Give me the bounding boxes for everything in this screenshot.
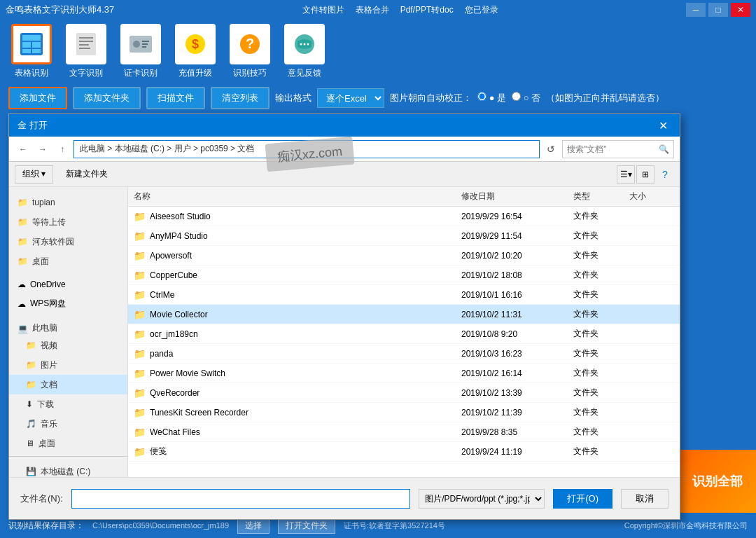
- maximize-button[interactable]: □: [708, 3, 728, 17]
- col-name[interactable]: 名称: [128, 191, 456, 202]
- sidebar-label: WPS网盘: [30, 298, 66, 310]
- table-row[interactable]: 📁 Apowersoft 2019/10/2 10:20 文件夹: [128, 246, 680, 265]
- sidebar-item-local-disk[interactable]: 💾 本地磁盘 (C:): [9, 462, 127, 477]
- sidebar-item-river-software[interactable]: 📁 河东软件园: [9, 232, 127, 251]
- table-row[interactable]: 📁 Movie Collector 2019/10/2 11:31 文件夹: [128, 305, 680, 324]
- table-row[interactable]: 📁 CopperCube 2019/10/2 18:08 文件夹: [128, 265, 680, 285]
- recognize-all-button[interactable]: 识别全部: [679, 450, 756, 513]
- toolbar-recog-tips[interactable]: ? 识别技巧: [230, 24, 270, 79]
- table-row[interactable]: 📁 Aiseesoft Studio 2019/9/29 16:54 文件夹: [128, 207, 680, 226]
- file-list: 名称 修改日期 类型 大小 📁 Aiseesoft Studio 2019/9/…: [128, 187, 680, 477]
- sidebar-item-desktop2[interactable]: 🖥 桌面: [9, 434, 127, 453]
- table-row[interactable]: 📁 AnyMP4 Studio 2019/9/29 11:54 文件夹: [128, 226, 680, 246]
- toolbar-text-recog[interactable]: 文字识别: [66, 24, 106, 79]
- new-folder-button[interactable]: 新建文件夹: [59, 165, 115, 184]
- toolbar-table-recog[interactable]: 表格识别: [11, 24, 52, 79]
- file-date: 2019/10/1 16:16: [456, 290, 568, 300]
- table-row[interactable]: 📁 QveRecorder 2019/10/2 13:39 文件夹: [128, 383, 680, 403]
- back-button[interactable]: ←: [15, 141, 31, 158]
- orientation-label: 图片朝向自动校正：: [390, 92, 472, 104]
- menu-table-merge[interactable]: 表格合并: [356, 4, 389, 16]
- help-button[interactable]: ?: [656, 165, 674, 184]
- view-menu-button[interactable]: ☰▾: [617, 165, 635, 184]
- menu-file-convert[interactable]: 文件转图片: [302, 4, 344, 16]
- svg-rect-9: [79, 44, 89, 46]
- search-box[interactable]: 🔍: [562, 140, 674, 158]
- breadcrumb-path[interactable]: 此电脑 > 本地磁盘 (C:) > 用户 > pc0359 > 文档: [74, 140, 540, 158]
- file-name-cell: 📁 Apowersoft: [128, 250, 456, 261]
- sidebar-label: 音乐: [41, 418, 57, 430]
- open-button[interactable]: 打开(O): [553, 489, 612, 509]
- menu-pdf-convert[interactable]: Pdf/PPT转doc: [400, 4, 454, 16]
- toolbar-icons: 表格识别 文字识别 证卡识别 $ 充值升级 ? 识别技巧 意见反馈: [0, 20, 756, 83]
- menu-login[interactable]: 您已登录: [465, 4, 498, 16]
- svg-point-12: [133, 41, 140, 48]
- cancel-button[interactable]: 取消: [621, 489, 668, 509]
- add-file-button[interactable]: 添加文件: [8, 87, 67, 109]
- format-select[interactable]: 逐个Excel: [317, 88, 384, 108]
- save-path: C:\Users\pc0359\Documents\ocr_jm189: [92, 521, 229, 530]
- organize-button[interactable]: 组织 ▾: [15, 165, 53, 184]
- table-row[interactable]: 📁 Power Movie Switch 2019/10/2 16:14 文件夹: [128, 364, 680, 383]
- sidebar-item-images[interactable]: 📁 图片: [9, 355, 127, 375]
- folder-icon: 📁: [134, 309, 146, 320]
- action-bar: 添加文件 添加文件夹 扫描文件 清空列表 输出格式 逐个Excel 图片朝向自动…: [0, 83, 756, 113]
- minimize-button[interactable]: ─: [686, 3, 706, 17]
- save-dir-label: 识别结果保存目录：: [8, 520, 84, 532]
- sidebar-item-videos[interactable]: 📁 视频: [9, 336, 127, 355]
- refresh-button[interactable]: ↺: [542, 141, 559, 158]
- col-size[interactable]: 大小: [624, 191, 680, 202]
- svg-rect-4: [22, 49, 31, 53]
- yes-radio[interactable]: ● 是: [477, 92, 506, 104]
- dialog-close-button[interactable]: ✕: [654, 117, 671, 134]
- sidebar-item-onedrive[interactable]: ☁ OneDrive: [9, 275, 127, 294]
- no-radio[interactable]: ○ 否: [512, 92, 540, 104]
- sidebar-item-music[interactable]: 🎵 音乐: [9, 414, 127, 434]
- toolbar-id-card[interactable]: 证卡识别: [120, 24, 161, 79]
- table-recog-label: 表格识别: [15, 67, 48, 79]
- table-row[interactable]: 📁 ocr_jm189cn 2019/10/8 9:20 文件夹: [128, 324, 680, 344]
- clear-list-button[interactable]: 清空列表: [211, 87, 270, 109]
- sidebar-item-desktop-fav[interactable]: 📁 桌面: [9, 251, 127, 271]
- table-row[interactable]: 📁 WeChat Files 2019/9/28 8:35 文件夹: [128, 422, 680, 442]
- up-button[interactable]: ↑: [54, 141, 71, 158]
- table-row[interactable]: 📁 CtrlMe 2019/10/1 16:16 文件夹: [128, 285, 680, 305]
- forward-button[interactable]: →: [34, 141, 51, 158]
- sidebar-item-tupian[interactable]: 📁 tupian: [9, 193, 127, 212]
- text-recog-label: 文字识别: [69, 67, 103, 79]
- filetype-select[interactable]: 图片/PDF/word/ppt (*.jpg;*.jp: [419, 489, 545, 509]
- file-name: Apowersoft: [150, 251, 192, 261]
- file-name-cell: 📁 Movie Collector: [128, 309, 456, 320]
- file-name: TunesKit Screen Recorder: [150, 408, 248, 418]
- folder-icon: 📁: [134, 211, 146, 222]
- grid-view-button[interactable]: ⊞: [636, 165, 654, 184]
- filename-input[interactable]: [71, 489, 411, 509]
- table-row[interactable]: 📁 便笺 2019/9/24 11:19 文件夹: [128, 442, 680, 462]
- file-name: 便笺: [150, 446, 167, 457]
- toolbar-recharge[interactable]: $ 充值升级: [175, 24, 216, 79]
- sidebar-item-documents[interactable]: 📁 文档: [9, 375, 127, 394]
- file-date: 2019/10/2 13:39: [456, 388, 568, 398]
- sidebar-item-downloads[interactable]: ⬇ 下载: [9, 394, 127, 414]
- sidebar-item-wait-upload[interactable]: 📁 等待上传: [9, 212, 127, 232]
- feedback-label: 意见反馈: [288, 67, 321, 79]
- cloud-icon: ☁: [18, 299, 26, 309]
- table-row[interactable]: 📁 TunesKit Screen Recorder 2019/10/2 11:…: [128, 403, 680, 422]
- file-name-cell: 📁 CopperCube: [128, 270, 456, 281]
- folder-icon: 📁: [134, 407, 146, 418]
- col-date[interactable]: 修改日期: [456, 191, 568, 202]
- sidebar-item-this-pc[interactable]: 💻 此电脑: [9, 318, 127, 336]
- scan-file-button[interactable]: 扫描文件: [146, 87, 205, 109]
- toolbar-feedback[interactable]: 意见反馈: [284, 24, 325, 79]
- table-row[interactable]: 📁 panda 2019/10/3 16:23 文件夹: [128, 344, 680, 364]
- file-type: 文件夹: [568, 406, 624, 418]
- add-folder-button[interactable]: 添加文件夹: [73, 87, 141, 109]
- close-button[interactable]: ✕: [731, 3, 750, 17]
- folder-icon: 📁: [134, 250, 146, 261]
- file-list-header: 名称 修改日期 类型 大小: [128, 187, 680, 207]
- col-type[interactable]: 类型: [568, 191, 624, 202]
- sidebar: 📁 tupian 📁 等待上传 📁 河东软件园 📁 桌面 ☁ OneDrive: [9, 187, 128, 477]
- search-input[interactable]: [567, 144, 659, 154]
- sidebar-item-wps-cloud[interactable]: ☁ WPS网盘: [9, 294, 127, 314]
- file-date: 2019/10/2 10:20: [456, 251, 568, 261]
